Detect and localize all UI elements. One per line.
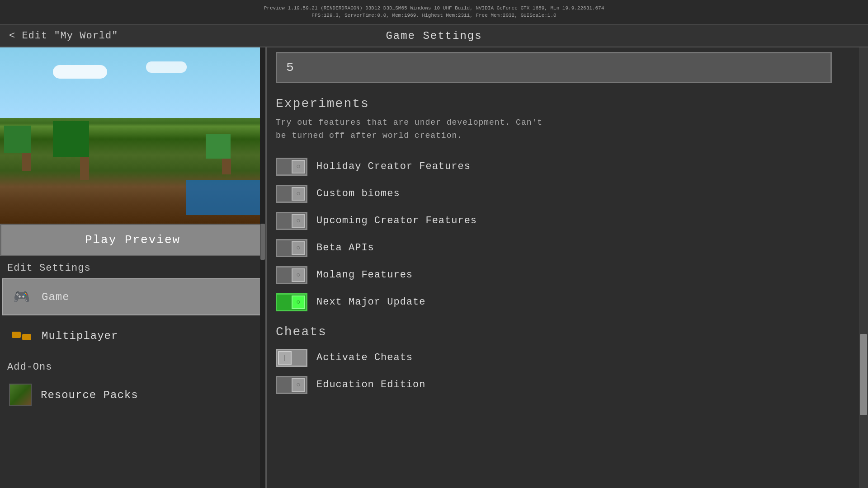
toggle-activate-cheats[interactable]: | [276,349,307,367]
toggle-education-knob: ○ [292,378,305,392]
toggle-activate-cheats-label: Activate Cheats [316,352,413,363]
toggle-row-holiday: ○ Holiday Creator Features [276,153,850,180]
cloud2 [146,61,187,73]
resource-pack-icon [9,384,32,406]
toggle-custom-biomes-knob: ○ [292,187,305,201]
cheats-section-header: Cheats [276,325,850,339]
toggle-row-molang: ○ Molang Features [276,262,850,289]
add-ons-label: Add-Ons [0,355,265,376]
toggle-beta-apis[interactable]: ○ [276,239,307,257]
debug-text: Preview 1.19.59.21 (RENDERDRAGON) D3D12 … [264,5,604,19]
debug-bar: Preview 1.19.59.21 (RENDERDRAGON) D3D12 … [0,0,868,25]
game-icon: 🎮 [10,286,33,308]
toggle-row-custom-biomes: ○ Custom biomes [276,180,850,207]
world-preview [0,47,265,224]
tree2 [66,121,103,180]
cheats-section: Cheats | Activate Cheats ○ [276,325,850,399]
right-panel: 5 Experiments Try out features that are … [267,47,868,488]
tree-leaves-3 [206,134,231,159]
toggle-next-major-label: Next Major Update [316,296,425,308]
tree-leaves-1 [4,126,31,153]
toggle-holiday-label: Holiday Creator Features [316,161,471,172]
settings-item-multiplayer-label: Multiplayer [42,330,118,342]
experiments-description: Try out features that are under developm… [276,116,850,142]
toggle-upcoming-knob: ○ [292,214,305,228]
toggle-next-major-knob: ○ [292,296,305,309]
tree1 [13,126,40,171]
left-panel: Play Preview Edit Settings 🎮 Game Multip… [0,47,267,488]
main-container: Play Preview Edit Settings 🎮 Game Multip… [0,47,868,488]
toggle-upcoming-label: Upcoming Creator Features [316,215,477,226]
toggle-row-activate-cheats: | Activate Cheats [276,344,850,371]
tree3 [214,134,239,174]
right-content: 5 Experiments Try out features that are … [267,47,868,488]
toggle-row-next-major: ○ Next Major Update [276,289,850,316]
cloud1 [53,65,107,79]
toggle-molang-label: Molang Features [316,269,413,281]
play-preview-button[interactable]: Play Preview [0,224,265,256]
toggle-row-upcoming: ○ Upcoming Creator Features [276,207,850,235]
settings-item-resource-packs[interactable]: Resource Packs [2,377,264,413]
toggle-molang-knob: ○ [292,268,305,282]
toggle-custom-biomes-label: Custom biomes [316,188,400,199]
toggle-upcoming-creator[interactable]: ○ [276,212,307,230]
back-button[interactable]: < Edit "My World" [9,30,118,42]
settings-item-game-label: Game [42,291,70,303]
settings-item-game[interactable]: 🎮 Game [2,278,264,315]
toggle-holiday-creator[interactable]: ○ [276,158,307,176]
right-scrollbar-thumb [860,334,867,415]
tree-trunk-3 [222,159,231,174]
toggle-activate-cheats-knob: | [278,351,292,365]
toggle-molang[interactable]: ○ [276,266,307,284]
right-scrollbar[interactable] [859,47,868,488]
left-scrollbar[interactable] [260,47,265,488]
number-input[interactable]: 5 [276,52,832,83]
left-scrollbar-thumb [260,224,265,260]
settings-item-resource-packs-label: Resource Packs [41,389,138,401]
toggle-education-edition[interactable]: ○ [276,376,307,394]
sky-layer [0,47,265,127]
toggle-next-major-update[interactable]: ○ [276,293,307,311]
tree-trunk-2 [80,157,89,180]
toggle-beta-knob: ○ [292,241,305,255]
toggle-custom-biomes[interactable]: ○ [276,185,307,203]
ocean-layer [186,180,265,215]
experiments-section-header: Experiments [276,97,850,111]
toggle-education-label: Education Edition [316,379,425,390]
multiplayer-icon [10,324,33,347]
toggle-row-education: ○ Education Edition [276,371,850,399]
page-title: Game Settings [386,30,482,42]
tree-trunk-1 [22,153,31,171]
tree-leaves-2 [53,121,89,157]
toggle-holiday-knob: ○ [292,160,305,174]
settings-item-multiplayer[interactable]: Multiplayer [2,317,264,354]
toggle-beta-label: Beta APIs [316,242,374,253]
edit-settings-label: Edit Settings [0,256,265,277]
toggle-row-beta: ○ Beta APIs [276,235,850,262]
header: < Edit "My World" Game Settings [0,25,868,47]
